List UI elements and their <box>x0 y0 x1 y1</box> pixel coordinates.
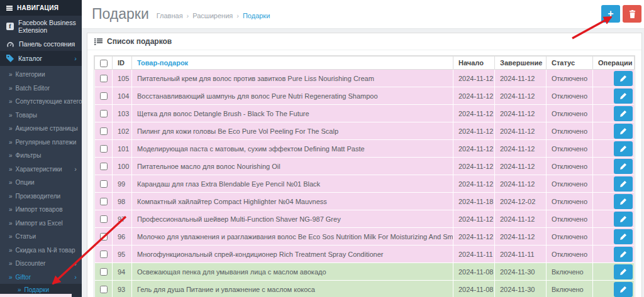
sidebar-item-batch-editor[interactable]: Batch Editor <box>0 82 82 95</box>
edit-button[interactable] <box>614 282 633 297</box>
row-product: Восстанавливающий шампунь для волос Pure… <box>132 87 453 105</box>
row-product: Питательное масло для волос Nourishing O… <box>132 158 453 175</box>
gauge-icon <box>6 41 14 48</box>
row-checkbox[interactable] <box>100 75 108 82</box>
row-id: 98 <box>113 193 132 210</box>
row-checkbox[interactable] <box>100 110 108 117</box>
row-product: Питательный крем для волос против завитк… <box>132 70 453 87</box>
row-checkbox[interactable] <box>100 145 108 153</box>
row-id: 105 <box>113 70 132 87</box>
row-id: 99 <box>113 175 132 193</box>
row-product: Пилинг для кожи головы Be Eco Pure Vol P… <box>132 122 453 140</box>
row-checkbox[interactable] <box>100 198 108 205</box>
edit-button[interactable] <box>614 194 633 209</box>
sidebar-item-articles[interactable]: Статьи <box>0 230 82 244</box>
plus-icon <box>608 9 613 19</box>
edit-button[interactable] <box>614 141 633 156</box>
sidebar-item-recurring-payments[interactable]: Регулярные платежи <box>0 136 82 149</box>
row-status: Отключено <box>547 228 593 246</box>
edit-button[interactable] <box>614 106 633 121</box>
table-header-row: ID Товар-подарок Начало Завершение Стату… <box>95 57 635 70</box>
edit-button[interactable] <box>614 247 633 262</box>
sidebar-item-products[interactable]: Товары <box>0 109 82 122</box>
tag-icon <box>6 55 14 62</box>
breadcrumb-extensions[interactable]: Расширения <box>183 12 233 19</box>
column-header-end[interactable]: Завершение <box>495 57 547 70</box>
column-header-status[interactable]: Статус <box>547 57 593 70</box>
chevron-right-icon: › <box>74 261 77 267</box>
sidebar-item-label: Discounter <box>16 260 46 267</box>
edit-button[interactable] <box>614 124 633 139</box>
row-checkbox[interactable] <box>100 268 108 276</box>
sidebar-item-categories[interactable]: Категории <box>0 68 82 82</box>
table-row: 97 Профессиональный шейвер Multi-Functio… <box>95 210 635 228</box>
sidebar-item-nth-product-discount[interactable]: Скидка на N-й товар <box>0 244 82 257</box>
edit-button[interactable] <box>614 159 633 174</box>
row-id: 102 <box>113 122 132 140</box>
sidebar-item-dashboard[interactable]: Панель состояния <box>0 37 82 51</box>
sidebar-item-product-import[interactable]: Импорт товаров <box>0 203 82 217</box>
list-icon <box>94 38 103 45</box>
add-gift-button[interactable] <box>601 5 620 23</box>
sidebar-item-excel-import[interactable]: Импорт из Excel <box>0 217 82 230</box>
edit-button[interactable] <box>614 229 633 244</box>
sidebar-item-facebook-business-extension[interactable]: Facebook Business Extension <box>0 16 82 37</box>
row-start-date: 2024-11-12 <box>453 228 495 246</box>
pencil-icon <box>619 127 627 135</box>
row-checkbox[interactable] <box>100 233 108 240</box>
gifts-table: ID Товар-подарок Начало Завершение Стату… <box>94 55 635 297</box>
edit-button[interactable] <box>614 264 633 279</box>
row-checkbox[interactable] <box>100 286 108 293</box>
row-start-date: 2024-11-08 <box>453 263 495 281</box>
table-row: 100 Питательное масло для волос Nourishi… <box>95 158 635 175</box>
table-row: 95 Многофункциональный спрей-кондиционер… <box>95 246 635 263</box>
sidebar-item-related-categories[interactable]: Сопутствующие категории <box>0 95 82 109</box>
pencil-icon <box>619 233 627 240</box>
hamburger-icon[interactable] <box>6 6 13 7</box>
chevron-right-icon: › <box>74 274 77 280</box>
sidebar-item-promo-pages[interactable]: Акционные страницы <box>0 122 82 136</box>
row-checkbox[interactable] <box>100 215 108 223</box>
delete-button[interactable] <box>623 5 641 23</box>
page-header: Подарки Главная Расширения Подарки <box>82 0 644 29</box>
row-start-date: 2024-11-12 <box>453 210 495 228</box>
row-product: Гель для душа Питание и увлажнение с мас… <box>132 281 453 297</box>
row-status: Отключено <box>547 87 593 105</box>
select-all-checkbox[interactable] <box>100 60 108 67</box>
row-product: Компактный хайлайтер Compact Highlighter… <box>132 193 453 210</box>
row-checkbox[interactable] <box>100 127 108 135</box>
row-checkbox[interactable] <box>100 163 108 170</box>
pencil-icon <box>619 268 627 276</box>
sidebar-item-giftor[interactable]: Giftor› <box>0 271 82 284</box>
sidebar-item-label: Акционные страницы <box>16 125 78 132</box>
sidebar-bottom-strip <box>0 294 72 297</box>
row-status: Отключено <box>547 158 593 175</box>
column-header-id[interactable]: ID <box>113 57 132 70</box>
column-header-start[interactable]: Начало <box>453 57 495 70</box>
table-row: 98 Компактный хайлайтер Compact Highligh… <box>95 193 635 210</box>
sidebar-nav-header: НАВИГАЦИЯ <box>0 0 82 16</box>
sidebar-item-options[interactable]: Опции <box>0 176 82 190</box>
row-checkbox[interactable] <box>100 92 108 100</box>
sidebar-item-catalog[interactable]: Каталог › <box>0 51 82 66</box>
row-checkbox[interactable] <box>100 180 108 188</box>
row-end-date: 2024-11-12 <box>495 122 547 140</box>
edit-button[interactable] <box>614 71 633 86</box>
breadcrumb-home[interactable]: Главная <box>157 12 183 19</box>
edit-button[interactable] <box>614 176 633 192</box>
sidebar-item-label: Фильтры <box>16 152 42 159</box>
sidebar-item-label: Скидка на N-й товар <box>16 247 75 254</box>
row-checkbox[interactable] <box>100 251 108 258</box>
edit-button[interactable] <box>614 212 633 227</box>
sidebar-item-manufacturers[interactable]: Производители <box>0 190 82 203</box>
row-status: Отключено <box>547 70 593 87</box>
table-row: 103 Щетка для волос Detangle Brush - Bla… <box>95 105 635 122</box>
sidebar-item-attributes[interactable]: Характеристики› <box>0 163 82 176</box>
trash-icon <box>629 10 636 18</box>
pencil-icon <box>619 163 627 170</box>
column-header-product[interactable]: Товар-подарок <box>132 57 453 70</box>
sidebar-item-discounter[interactable]: Discounter› <box>0 257 82 271</box>
breadcrumb-current[interactable]: Подарки <box>233 12 270 19</box>
edit-button[interactable] <box>614 89 633 104</box>
sidebar-item-filters[interactable]: Фильтры <box>0 149 82 163</box>
